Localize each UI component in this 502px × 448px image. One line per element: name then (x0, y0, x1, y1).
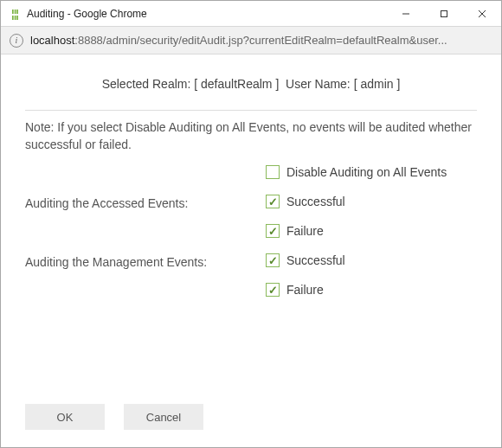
accessed-failure-label: Failure (286, 224, 324, 238)
url-text: localhost:8888/admin/security/editAudit.… (30, 34, 492, 47)
minimize-button[interactable] (387, 1, 425, 27)
management-successful-line[interactable]: Successful (266, 253, 477, 267)
username-label: User Name: (286, 77, 351, 91)
ok-button[interactable]: OK (25, 404, 105, 430)
disable-all-checkbox[interactable] (266, 165, 280, 179)
accessed-successful-line[interactable]: Successful (266, 195, 477, 208)
management-failure-line[interactable]: Failure (266, 283, 477, 297)
disable-all-label: Disable Auditing on All Events (286, 165, 447, 179)
close-button[interactable] (463, 1, 501, 27)
management-events-label: Auditing the Management Events: (25, 253, 266, 269)
accessed-successful-checkbox[interactable] (266, 195, 280, 208)
maximize-button[interactable] (425, 1, 463, 27)
close-icon (478, 10, 486, 18)
disable-all-checkbox-line[interactable]: Disable Auditing on All Events (266, 165, 477, 179)
url-rest: :8888/admin/security/editAudit.jsp?curre… (74, 34, 447, 47)
selected-realm-line: Selected Realm: [ defaultRealm ] User Na… (25, 77, 477, 91)
realm-value: [ defaultRealm ] (194, 77, 279, 91)
url-host: localhost (30, 34, 74, 47)
address-bar[interactable]: i localhost:8888/admin/security/editAudi… (1, 27, 501, 54)
page-content: Selected Realm: [ defaultRealm ] User Na… (1, 54, 501, 326)
management-successful-label: Successful (286, 253, 345, 267)
chrome-icon: ¦¦¦ (8, 7, 22, 21)
divider (25, 110, 477, 111)
note-text: Note: If you select Disable Auditing on … (25, 119, 477, 153)
svg-rect-1 (441, 10, 447, 16)
accessed-failure-checkbox[interactable] (266, 224, 280, 238)
realm-label: Selected Realm: (102, 77, 191, 91)
cancel-button[interactable]: Cancel (124, 404, 203, 430)
management-failure-label: Failure (286, 283, 324, 297)
disable-all-row: Disable Auditing on All Events (25, 165, 477, 195)
info-icon: i (10, 34, 23, 48)
management-successful-checkbox[interactable] (266, 253, 280, 267)
accessed-events-row: Auditing the Accessed Events: Successful… (25, 195, 477, 253)
management-failure-checkbox[interactable] (266, 283, 280, 297)
window-title: Auditing - Google Chrome (27, 8, 147, 20)
button-bar: OK Cancel (25, 404, 203, 430)
accessed-failure-line[interactable]: Failure (266, 224, 477, 238)
minimize-icon (402, 10, 410, 18)
accessed-events-label: Auditing the Accessed Events: (25, 195, 266, 210)
maximize-icon (440, 10, 448, 18)
empty-label (25, 165, 266, 181)
accessed-successful-label: Successful (286, 195, 345, 208)
username-value: [ admin ] (354, 77, 401, 91)
window-titlebar: ¦¦¦ Auditing - Google Chrome (1, 1, 501, 27)
management-events-row: Auditing the Management Events: Successf… (25, 253, 477, 312)
